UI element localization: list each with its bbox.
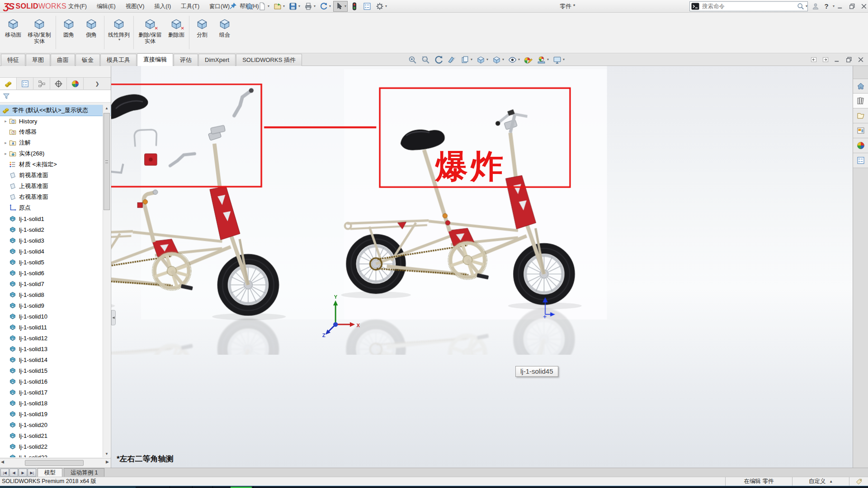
expand-arrow-icon[interactable]: ▸ (3, 119, 9, 123)
command-tab-直接编辑[interactable]: 直接编辑 (137, 53, 173, 66)
select-cursor-button[interactable]: ▾ (333, 1, 348, 12)
tree-item[interactable]: lj-1-solid22 (0, 441, 111, 452)
previous-view-button[interactable] (433, 54, 445, 65)
help-button[interactable]: ? (821, 1, 832, 12)
restore-button[interactable] (846, 1, 858, 12)
tree-item[interactable]: lj-1-solid16 (0, 376, 111, 387)
collapse-pane-left-icon[interactable] (808, 55, 819, 65)
undo-button[interactable]: ▾ (318, 1, 332, 12)
zoom-area-button[interactable] (420, 54, 432, 65)
tree-item[interactable]: ▸History (0, 116, 111, 127)
graphics-viewport[interactable]: Y X Z Y X Z 爆炸 lj-1-solid45 *左右二等角轴测 ◀ (111, 66, 853, 468)
display-style-button[interactable]: ▾ (491, 54, 505, 65)
menu-item-3[interactable]: 插入(I) (149, 0, 176, 13)
tree-item[interactable]: ▸实体(268) (0, 148, 111, 159)
document-tab-运动算例 1[interactable]: 运动算例 1 (64, 468, 104, 477)
tree-item[interactable]: lj-1-solid4 (0, 246, 111, 257)
dropdown-caret-icon[interactable]: ▾ (547, 58, 549, 61)
tree-item[interactable]: 原点 (0, 202, 111, 213)
model-scene[interactable]: Y X Z Y X Z (111, 66, 853, 468)
dropdown-caret-icon[interactable]: ▾ (283, 5, 285, 8)
tree-item[interactable]: lj-1-solid7 (0, 278, 111, 289)
custom-properties[interactable] (853, 153, 868, 168)
ribbon-button-6[interactable]: ✕删除面 (165, 16, 188, 39)
status-tag-icon[interactable] (849, 477, 868, 486)
tree-item[interactable]: lj-1-solid3 (0, 235, 111, 246)
save-button[interactable]: ▾ (287, 1, 302, 12)
tree-item[interactable]: lj-1-solid19 (0, 408, 111, 419)
scroll-down-icon[interactable]: ▼ (103, 450, 110, 457)
command-tab-钣金[interactable]: 钣金 (75, 54, 100, 66)
section-view-button[interactable] (446, 54, 458, 65)
print-button[interactable]: ▾ (302, 1, 317, 12)
command-tab-特征[interactable]: 特征 (1, 54, 25, 66)
tree-item[interactable]: lj-1-solid6 (0, 267, 111, 278)
dimxpertmanager-tab[interactable] (50, 78, 67, 89)
edit-appearance-button[interactable] (522, 54, 534, 65)
tree-item[interactable]: lj-1-solid8 (0, 289, 111, 300)
tree-item[interactable]: lj-1-solid10 (0, 311, 111, 322)
tree-horizontal-scrollbar[interactable]: ◀ ▶ (0, 458, 111, 467)
tree-item[interactable]: ▸注解 (0, 137, 111, 148)
hide-show-items-button[interactable]: ▾ (506, 54, 521, 65)
open-button[interactable]: ▾ (272, 1, 286, 12)
scroll-left-icon[interactable]: ◀ (1, 460, 4, 464)
dropdown-caret-icon[interactable]: ▾ (314, 5, 316, 8)
close-button[interactable] (858, 1, 868, 12)
tree-item[interactable]: lj-1-solid12 (0, 333, 111, 343)
search-console-icon[interactable] (690, 2, 700, 11)
doc-restore-button[interactable] (844, 55, 854, 65)
ribbon-button-1[interactable]: 移动/复制实体 (24, 16, 54, 46)
command-tab-SOLIDWORKS 插件[interactable]: SOLIDWORKS 插件 (236, 54, 302, 66)
new-document-button[interactable]: ▾ (256, 1, 271, 12)
home-button[interactable] (244, 1, 255, 12)
dropdown-caret-icon[interactable]: ▾ (471, 58, 472, 61)
tree-root-part[interactable]: 零件 (默认<<默认>_显示状态 (0, 105, 111, 116)
ribbon-button-0[interactable]: 移动面 (2, 16, 24, 39)
scroll-up-icon[interactable]: ▲ (103, 105, 110, 112)
dropdown-caret-icon[interactable]: ▾ (298, 5, 300, 8)
ribbon-button-3[interactable]: 倒角 (80, 16, 103, 39)
dropdown-caret-icon[interactable]: ▾ (563, 58, 565, 61)
collapse-pane-right-icon[interactable] (820, 55, 831, 65)
scroll-right-icon[interactable]: ▶ (106, 460, 109, 464)
dropdown-caret-icon[interactable]: ▾ (502, 58, 504, 61)
tree-item[interactable]: lj-1-solid14 (0, 354, 111, 365)
search-magnifier-icon[interactable] (797, 2, 805, 10)
tree-item[interactable]: lj-1-solid2 (0, 224, 111, 235)
tree-item[interactable]: lj-1-solid15 (0, 365, 111, 376)
tree-item[interactable]: lj-1-solid5 (0, 257, 111, 267)
tree-item[interactable]: 右视基准面 (0, 192, 111, 202)
tab-nav-button-2[interactable]: ▶ (19, 469, 27, 477)
zoom-fit-button[interactable] (406, 54, 419, 65)
expand-arrow-icon[interactable]: ▸ (3, 141, 9, 145)
ribbon-button-5[interactable]: ✕删除/保留实体 (135, 16, 165, 46)
view-settings-button[interactable]: ▾ (551, 54, 566, 65)
tab-nav-button-3[interactable]: ▶| (28, 469, 36, 477)
ribbon-button-4[interactable]: 线性阵列▾ (106, 16, 132, 43)
document-tab-模型[interactable]: 模型 (38, 468, 62, 477)
ribbon-button-7[interactable]: 分割 (191, 16, 213, 39)
panel-splitter-handle[interactable]: ◀ (111, 310, 116, 325)
login-person-icon[interactable] (810, 1, 821, 12)
menu-item-2[interactable]: 视图(V) (121, 0, 150, 13)
tree-item[interactable]: lj-1-solid21 (0, 430, 111, 441)
dropdown-caret-icon[interactable]: ▾ (268, 5, 269, 8)
ribbon-button-8[interactable]: 组合 (213, 16, 236, 39)
menu-item-1[interactable]: 编辑(E) (92, 0, 121, 13)
scrollbar-thumb[interactable] (25, 460, 84, 466)
tree-filter[interactable] (0, 90, 111, 103)
doc-minimize-button[interactable] (832, 55, 843, 65)
tree-item[interactable]: lj-1-solid20 (0, 419, 111, 430)
scrollbar-thumb[interactable] (104, 113, 110, 210)
displaymanager-tab[interactable] (67, 78, 84, 89)
tree-item[interactable]: lj-1-solid11 (0, 322, 111, 333)
command-tab-模具工具[interactable]: 模具工具 (100, 54, 137, 66)
options-gear-button[interactable]: ▾ (374, 1, 388, 12)
tab-nav-button-1[interactable]: ◀ (9, 469, 18, 477)
pin-menu-icon[interactable] (228, 2, 237, 11)
tree-item[interactable]: 上视基准面 (0, 181, 111, 192)
doc-close-button[interactable] (855, 55, 866, 65)
tab-nav-button-0[interactable]: |◀ (0, 469, 9, 477)
configurationmanager-tab[interactable] (33, 78, 50, 89)
